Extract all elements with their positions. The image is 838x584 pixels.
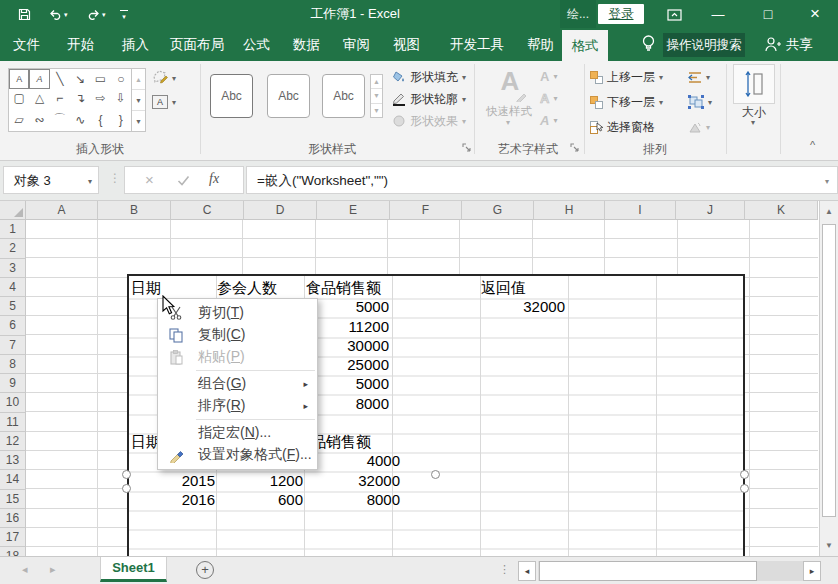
style-scroll-down-icon[interactable]: ▼ [371,89,382,103]
down-arrow-shape-icon[interactable]: ⇩ [111,89,131,109]
shape-gallery[interactable]: A A ╲ ↘ ▭ ○ ▢ △ ⌐ ↴ ⇨ ⇩ ▱ ∾ ⌒ ∿ { } [8,68,132,132]
menu-item-cut[interactable]: 剪切(T) [158,302,317,324]
minimize-button[interactable]: — [706,0,730,28]
style-scroll-up-icon[interactable]: ▲ [371,75,382,89]
row-header[interactable]: 3 [0,259,26,278]
hscroll-left-button[interactable]: ◂ [518,561,536,581]
redo-icon[interactable] [86,8,100,20]
tab-help[interactable]: 帮助 [527,36,554,54]
column-header-j[interactable]: J [676,201,745,220]
row-header[interactable]: 9 [0,374,26,393]
row-header[interactable]: 8 [0,355,26,374]
row-header[interactable]: 2 [0,239,26,258]
name-box[interactable]: 对象 3 ▾ [3,166,99,194]
elbow-connector-icon[interactable]: ⌐ [50,89,70,109]
hscroll-right-button[interactable]: ▸ [803,561,821,581]
tab-home[interactable]: 开始 [67,36,94,54]
redo-dropdown-icon[interactable]: ▾ [102,11,106,19]
spreadsheet-grid[interactable]: A B C D E F G H I J K 1 2 3 4 5 6 7 8 9 … [0,201,838,556]
text-outline-button[interactable]: A▾ [540,88,557,108]
vertical-scrollbar[interactable]: ▲ ▼ [819,201,838,556]
draw-textbox-button[interactable]: A [152,95,168,109]
select-all-corner[interactable] [0,201,26,220]
row-header[interactable]: 15 [0,490,26,509]
object-handle-top-left[interactable] [122,470,131,479]
undo-dropdown-icon[interactable]: ▾ [64,11,68,19]
object-handle-middle-right[interactable] [740,484,749,493]
object-handle-top-middle[interactable] [431,470,440,479]
rectangle-shape-icon[interactable]: ▭ [90,69,110,89]
shape-fill-button[interactable]: 形状填充▾ [392,67,466,87]
column-header-d[interactable]: D [244,201,317,220]
tab-data[interactable]: 数据 [293,36,320,54]
tab-insert[interactable]: 插入 [122,36,149,54]
send-backward-button[interactable]: 下移一层▾ [590,92,663,112]
sheet-nav-left-icon[interactable]: ◂ [22,563,28,576]
scribble-shape-icon[interactable]: ∾ [29,108,49,131]
wordart-dialog-launcher-icon[interactable] [570,143,580,153]
row-header[interactable]: 1 [0,220,26,239]
column-header-b[interactable]: B [98,201,171,220]
maximize-button[interactable]: □ [756,0,780,28]
shape-outline-button[interactable]: 形状轮廓▾ [392,89,466,109]
customize-quick-access-icon[interactable]: ▾ [118,9,130,21]
tell-me-search-input[interactable]: 操作说明搜索 [663,33,745,57]
curve-shape-icon[interactable]: ∿ [70,108,90,131]
right-arrow-shape-icon[interactable]: ⇨ [90,89,110,109]
column-header-e[interactable]: E [317,201,390,220]
shape-effects-button[interactable]: 形状效果▾ [392,111,466,131]
edit-shape-button[interactable] [152,69,169,85]
arrow-shape-icon[interactable]: ↘ [70,69,90,89]
tab-developer[interactable]: 开发工具 [450,36,504,54]
size-dropdown-icon[interactable]: ▾ [751,118,755,127]
save-icon[interactable] [16,7,32,21]
menu-item-copy[interactable]: 复制(C) [158,324,317,346]
scroll-up-icon[interactable]: ▲ [825,207,833,216]
sheet-nav-right-icon[interactable]: ▸ [50,563,56,576]
tab-format-active[interactable]: 格式 [562,30,608,61]
style-more-icon[interactable]: ▼ [371,104,382,117]
menu-item-assign-macro[interactable]: 指定宏(N)... [158,422,317,444]
textbox-icon[interactable]: A [9,69,29,89]
column-header-f[interactable]: F [390,201,462,220]
size-button[interactable] [733,64,775,104]
enter-formula-icon[interactable] [177,175,190,186]
column-header-c[interactable]: C [171,201,244,220]
sign-in-button[interactable]: 登录 [598,4,644,24]
shape-style-preview-2[interactable]: Abc [267,74,310,118]
close-button[interactable]: × [802,0,828,28]
column-header-h[interactable]: H [534,201,605,220]
collapse-ribbon-icon[interactable]: ^ [810,139,815,151]
shape-style-preview-3[interactable]: Abc [322,74,365,118]
quick-styles-dropdown-icon[interactable]: ▾ [506,118,510,127]
object-handle-middle-left[interactable] [122,484,131,493]
tab-view[interactable]: 视图 [393,36,420,54]
insert-function-icon[interactable]: fx [209,171,219,187]
text-fill-button[interactable]: A▾ [540,66,557,86]
column-header-a[interactable]: A [26,201,98,220]
elbow-arrow-connector-icon[interactable]: ↴ [70,89,90,109]
left-brace-shape-icon[interactable]: { [90,108,110,131]
row-header[interactable]: 17 [0,528,26,547]
menu-item-sort[interactable]: 排序(R) ▸ [158,395,317,417]
group-objects-button[interactable]: ▾ [688,92,712,112]
triangle-shape-icon[interactable]: △ [29,89,49,109]
vertical-textbox-icon[interactable]: A [29,69,49,89]
row-header[interactable]: 12 [0,432,26,451]
name-box-dropdown-icon[interactable]: ▾ [88,177,92,186]
oval-shape-icon[interactable]: ○ [111,69,131,89]
arc-shape-icon[interactable]: ⌒ [50,108,70,131]
rounded-rectangle-shape-icon[interactable]: ▢ [9,89,29,109]
row-header[interactable]: 4 [0,278,26,297]
vertical-scrollbar-thumb[interactable] [822,224,836,517]
row-header[interactable]: 13 [0,451,26,470]
column-header-k[interactable]: K [745,201,818,220]
object-handle-top-right[interactable] [740,470,749,479]
row-header[interactable]: 6 [0,316,26,335]
selection-pane-button[interactable]: 选择窗格 [590,117,655,137]
add-sheet-button[interactable]: + [196,561,214,579]
line-shape-icon[interactable]: ╲ [50,69,70,89]
row-header[interactable]: 11 [0,413,26,432]
tab-review[interactable]: 审阅 [343,36,370,54]
tabbar-splitter-icon[interactable]: ⋮ [499,563,510,576]
